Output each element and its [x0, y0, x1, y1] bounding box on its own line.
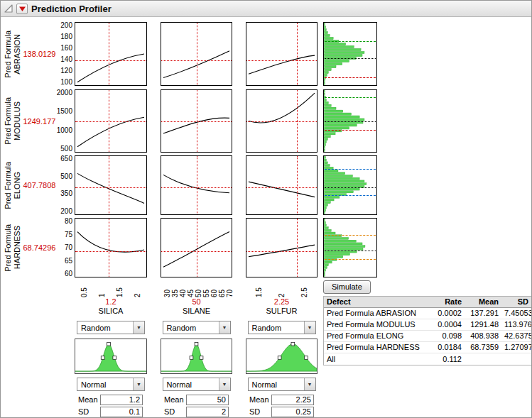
profiler-row-modulus: Pred Formula MODULUS 1249.177 2000150010… — [2, 89, 531, 153]
profile-plot-cell[interactable] — [161, 218, 232, 277]
defect-table-row: Pred Formula HARDNESS0.018468.73591.2709… — [324, 342, 531, 353]
distribution-shape-select[interactable]: Normal▼ — [77, 378, 145, 391]
factor-current-value[interactable]: 1.2 — [75, 297, 147, 307]
report-title: Prediction Profiler — [31, 4, 112, 14]
sd-input[interactable] — [186, 407, 229, 417]
factor-crosshair[interactable] — [109, 23, 109, 85]
x-tick-label: 1.5 — [255, 278, 263, 297]
histogram-bars — [324, 219, 376, 277]
factor-name: SILANE — [161, 307, 232, 317]
response-crosshair — [161, 60, 232, 61]
y-tick-label: 60 — [65, 270, 72, 277]
y-tick-label: 2000 — [57, 89, 72, 97]
profile-plot-cell[interactable] — [75, 89, 147, 153]
factor-crosshair[interactable] — [297, 23, 298, 85]
profile-plot-cell[interactable] — [75, 155, 147, 215]
factor-crosshair[interactable] — [109, 219, 109, 277]
mean-input[interactable] — [100, 395, 143, 405]
distribution-handle[interactable] — [305, 356, 308, 360]
distribution-handle[interactable] — [190, 356, 193, 360]
mean-input[interactable] — [271, 395, 314, 405]
sd-input[interactable] — [100, 407, 143, 417]
profile-plot-cell[interactable] — [246, 89, 317, 153]
distribution-plot[interactable] — [246, 339, 317, 374]
x-tick-label: 1.5 — [116, 278, 124, 297]
defect-table-cell: All — [324, 355, 431, 363]
y-axis-ticks: 8075706560 — [55, 218, 75, 277]
defect-table-cell: Pred Formula ABRASION — [324, 309, 431, 317]
x-tick-label: 0.5 — [80, 278, 88, 297]
response-crosshair — [75, 60, 146, 61]
outline-node-icon[interactable] — [4, 4, 13, 13]
profile-plot-cell[interactable] — [246, 155, 317, 215]
distribution-handle[interactable] — [200, 356, 203, 360]
factor-crosshair[interactable] — [197, 23, 197, 85]
response-crosshair — [246, 121, 317, 122]
spec-limit-line — [325, 77, 376, 78]
x-axis-ticks: 0.511.52 — [75, 277, 147, 297]
distribution-handle[interactable] — [291, 342, 295, 346]
factor-crosshair[interactable] — [297, 156, 298, 214]
factor-mode-select[interactable]: Random▼ — [248, 321, 316, 334]
response-current-value[interactable]: 407.7808 — [23, 155, 56, 215]
distribution-handle[interactable] — [101, 356, 104, 360]
defect-table-cell: 0.0184 — [431, 343, 465, 351]
simulate-button[interactable]: Simulate — [323, 280, 371, 294]
response-crosshair — [246, 60, 317, 61]
response-axis-label: Pred Formula ABRASION — [2, 22, 23, 86]
distribution-handle[interactable] — [113, 356, 116, 360]
profile-plot-cell[interactable] — [161, 155, 232, 215]
distribution-handle[interactable] — [195, 342, 198, 346]
response-label-prefix: Pred Formula — [4, 31, 13, 78]
factor-current-value[interactable]: 2.25 — [246, 297, 317, 307]
distribution-handle[interactable] — [278, 356, 281, 360]
distribution-plot[interactable] — [161, 339, 232, 374]
response-current-value[interactable]: 1249.177 — [23, 89, 56, 153]
defect-table-cell: 42.6375 — [501, 331, 531, 340]
defect-table-header-row: DefectRateMeanSD — [324, 297, 531, 308]
defect-table: DefectRateMeanSDPred Formula ABRASION0.0… — [323, 296, 532, 365]
mean-label: Mean — [246, 395, 271, 404]
mean-input[interactable] — [186, 395, 229, 405]
defect-table-header-cell: SD — [501, 297, 531, 306]
x-tick-label: 70 — [226, 278, 234, 297]
prediction-profiler-window: Prediction Profiler Pred Formula ABRASIO… — [0, 0, 532, 418]
distribution-handle[interactable] — [107, 342, 111, 346]
response-label-cell: Pred Formula ELONG 407.7808 650500350200 — [2, 155, 75, 215]
factor-crosshair[interactable] — [197, 156, 197, 214]
profile-plot-cell[interactable] — [75, 218, 147, 277]
factor-name: SILICA — [75, 307, 147, 317]
histogram-bars — [324, 23, 376, 85]
response-label-cell: Pred Formula HARDNESS 68.74296 807570656… — [2, 218, 75, 277]
factor-crosshair[interactable] — [297, 219, 298, 277]
factor-mode-select[interactable]: Random▼ — [163, 321, 231, 334]
factor-crosshair[interactable] — [109, 156, 109, 214]
defect-table-cell: 0.0002 — [431, 309, 465, 317]
profile-plot-cell[interactable] — [161, 89, 232, 153]
profile-plot-cell[interactable] — [161, 22, 232, 86]
sd-input[interactable] — [271, 407, 314, 417]
defect-table-cell: 1291.48 — [465, 320, 501, 329]
y-tick-label: 75 — [65, 231, 72, 238]
x-axis-ticks: 303540455055606570 — [161, 277, 232, 297]
response-current-value[interactable]: 68.74296 — [23, 218, 56, 277]
defect-table-cell: 0.098 — [431, 331, 465, 340]
distribution-shape-select[interactable]: Normal▼ — [248, 378, 316, 391]
response-crosshair — [75, 187, 146, 188]
combo-value: Random — [163, 321, 219, 334]
y-tick-label: 1000 — [57, 127, 72, 134]
factor-crosshair[interactable] — [197, 219, 197, 277]
profile-plot-cell[interactable] — [75, 22, 147, 86]
distribution-plot[interactable] — [75, 339, 147, 374]
distribution-shape-select[interactable]: Normal▼ — [163, 378, 231, 391]
factor-mode-select[interactable]: Random▼ — [77, 321, 145, 334]
sd-label: SD — [161, 407, 186, 416]
red-triangle-menu-button[interactable] — [16, 4, 28, 14]
response-current-value[interactable]: 138.0129 — [23, 22, 56, 86]
factor-current-value[interactable]: 50 — [161, 297, 232, 307]
x-tick-label: 35 — [171, 278, 179, 297]
defect-table-cell: 408.938 — [465, 331, 501, 340]
profile-plot-cell[interactable] — [246, 218, 317, 277]
profile-plot-cell[interactable] — [246, 22, 317, 86]
defect-table-cell: 0.112 — [431, 355, 465, 363]
